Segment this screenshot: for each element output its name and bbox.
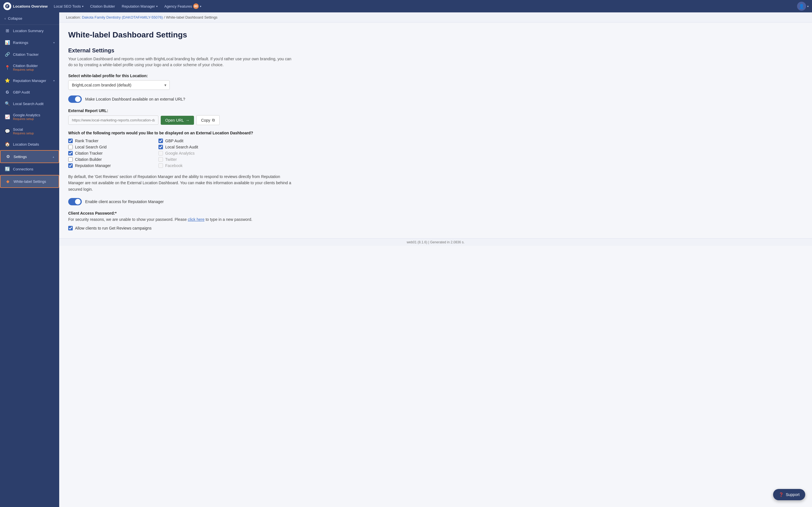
select-profile-label: Select white-label profile for this Loca… [68, 73, 304, 78]
facebook-checkbox[interactable] [158, 163, 163, 168]
reputation-manager-notice: By default, the 'Get Reviews' section of… [68, 173, 294, 192]
user-avatar[interactable]: 👤 [797, 2, 806, 11]
sidebar-item-social[interactable]: 💬 Social Requires setup [0, 124, 59, 138]
copy-button[interactable]: Copy ⧉ [196, 115, 220, 125]
nav-citation-builder[interactable]: Citation Builder [87, 0, 118, 12]
sidebar-item-reputation-manager[interactable]: ⭐ Reputation Manager ▾ [0, 75, 59, 87]
diamond-icon: ◆ [5, 179, 11, 184]
sidebar-item-local-search-audit[interactable]: 🔍 Local Search Audit [0, 98, 59, 110]
sidebar-item-location-summary[interactable]: ⊞ Location Summary [0, 25, 59, 37]
sidebar-item-gbp-audit[interactable]: G GBP Audit [0, 87, 59, 98]
external-settings-desc: Your Location Dashboard and reports come… [68, 56, 294, 68]
sidebar-item-connections[interactable]: 🔄 Connections [0, 163, 59, 175]
report-facebook: Facebook [158, 163, 238, 168]
sidebar-item-rankings[interactable]: 📊 Rankings ▾ [0, 37, 59, 48]
gbp-audit-checkbox[interactable] [158, 138, 163, 143]
arrow-right-icon: → [186, 118, 190, 122]
report-citation-tracker: Citation Tracker [68, 151, 147, 156]
brand[interactable]: Locations Overview [3, 2, 48, 10]
sidebar-item-white-label-settings[interactable]: ◆ White-label Settings [0, 175, 59, 188]
settings-icon: ⚙ [5, 154, 11, 159]
client-password-label: Client Access Password:* [68, 211, 304, 216]
allow-campaigns-row: Allow clients to run Get Reviews campaig… [68, 226, 304, 230]
chevron-up-icon: ▴ [53, 155, 54, 158]
citation-builder-checkbox[interactable] [68, 157, 73, 162]
profile-select[interactable]: BrightLocal.com branded (default) [68, 80, 170, 90]
client-password-desc: For security reasons, we are unable to s… [68, 217, 304, 223]
chevron-down-icon: ▾ [82, 5, 84, 8]
google-analytics-checkbox[interactable] [158, 151, 163, 156]
report-google-analytics: Google Analytics [158, 151, 238, 156]
citation-tracker-checkbox[interactable] [68, 151, 73, 156]
sidebar-item-settings[interactable]: ⚙ Settings ▴ [0, 150, 59, 163]
grid-icon: ⊞ [4, 28, 10, 33]
client-access-section: Client Access Password:* For security re… [68, 211, 304, 230]
local-search-audit-checkbox[interactable] [158, 145, 163, 149]
pin-icon: 📍 [4, 65, 10, 70]
report-twitter: Twitter [158, 157, 238, 162]
client-access-toggle[interactable] [68, 198, 82, 205]
top-navigation: Locations Overview Local SEO Tools ▾ Cit… [0, 0, 812, 12]
star-icon: ⭐ [4, 78, 10, 83]
sidebar: ‹ Collapse ⊞ Location Summary 📊 Rankings… [0, 12, 59, 507]
social-icon: 💬 [4, 129, 10, 134]
connections-icon: 🔄 [4, 166, 10, 172]
footer-bar: web01 (8.1.6) | Generated in 2.0836 s. [59, 238, 812, 246]
client-access-toggle-row: Enable client access for Reputation Mana… [68, 198, 304, 205]
report-citation-builder: Citation Builder [68, 157, 147, 162]
nav-local-seo-tools[interactable]: Local SEO Tools ▾ [51, 0, 86, 12]
external-url-label: External Report URL: [68, 108, 304, 113]
brand-icon [3, 2, 11, 10]
sidebar-item-citation-builder[interactable]: 📍 Citation Builder Requires setup [0, 60, 59, 75]
external-url-input[interactable] [68, 115, 158, 125]
reports-question: Which of the following reports would you… [68, 131, 304, 135]
report-local-search-audit: Local Search Audit [158, 145, 238, 149]
chevron-left-icon: ‹ [4, 16, 6, 20]
sidebar-section: ⊞ Location Summary 📊 Rankings ▾ 🔗 Citati… [0, 25, 59, 188]
allow-campaigns-checkbox[interactable] [68, 226, 73, 230]
report-local-search-grid: Local Search Grid [68, 145, 147, 149]
report-reputation-manager: Reputation Manager [68, 163, 147, 168]
chart-icon: 📊 [4, 40, 10, 45]
support-button[interactable]: ❓ Support [773, 489, 805, 500]
main-content: Location: Dakota Family Dentistry (DAKOT… [59, 12, 812, 507]
twitter-checkbox[interactable] [158, 157, 163, 162]
user-menu-chevron[interactable]: ▾ [807, 5, 809, 8]
report-gbp-audit: GBP Audit [158, 138, 238, 143]
nav-reputation-manager[interactable]: Reputation Manager ▾ [119, 0, 160, 12]
reports-grid: Rank Tracker GBP Audit Local Search Grid… [68, 138, 238, 168]
brand-label: Locations Overview [13, 4, 48, 8]
search-icon: 🔍 [4, 101, 10, 106]
analytics-icon: 📈 [4, 114, 10, 119]
breadcrumb: Location: Dakota Family Dentistry (DAKOT… [59, 12, 812, 22]
open-url-button[interactable]: Open URL → [161, 116, 194, 125]
client-access-toggle-label: Enable client access for Reputation Mana… [85, 200, 164, 204]
home-icon: 🏠 [4, 142, 10, 147]
breadcrumb-location-link[interactable]: Dakota Family Dentistry (DAKOTAFAMILY-55… [82, 15, 163, 19]
rank-tracker-checkbox[interactable] [68, 138, 73, 143]
chevron-down-icon: ▾ [53, 79, 55, 82]
chevron-down-icon: ▾ [156, 5, 158, 8]
reputation-manager-checkbox[interactable] [68, 163, 73, 168]
chevron-down-icon: ▾ [200, 5, 201, 8]
external-url-toggle-label: Make Location Dashboard available on an … [85, 97, 185, 101]
external-settings-title: External Settings [68, 47, 304, 54]
local-search-grid-checkbox[interactable] [68, 145, 73, 149]
page-title: White-label Dashboard Settings [68, 31, 304, 40]
sidebar-item-google-analytics[interactable]: 📈 Google Analytics Requires setup [0, 110, 59, 124]
report-rank-tracker: Rank Tracker [68, 138, 147, 143]
external-url-toggle-row: Make Location Dashboard available on an … [68, 96, 304, 103]
support-icon: ❓ [779, 492, 783, 497]
sidebar-item-location-details[interactable]: 🏠 Location Details [0, 138, 59, 150]
url-row: Open URL → Copy ⧉ [68, 115, 304, 125]
sidebar-item-citation-tracker[interactable]: 🔗 Citation Tracker [0, 48, 59, 60]
agency-badge: 80 [193, 3, 199, 9]
collapse-button[interactable]: ‹ Collapse [0, 12, 59, 25]
click-here-link[interactable]: click here [188, 217, 204, 222]
external-url-toggle[interactable] [68, 96, 82, 103]
copy-icon: ⧉ [212, 118, 215, 122]
google-icon: G [4, 90, 10, 94]
nav-agency-features[interactable]: Agency Features 80 ▾ [161, 0, 204, 12]
link-icon: 🔗 [4, 52, 10, 57]
page-content: White-label Dashboard Settings External … [59, 22, 313, 238]
